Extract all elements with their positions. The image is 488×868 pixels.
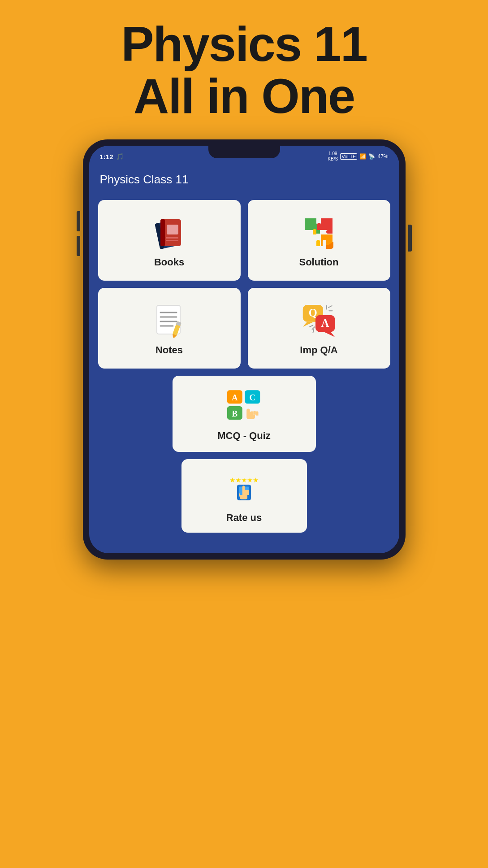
page-title: Physics 11 All in One (0, 0, 488, 135)
svg-line-30 (313, 330, 314, 333)
content-area: Books (89, 195, 399, 553)
books-icon-container (151, 214, 187, 250)
svg-rect-7 (167, 225, 178, 234)
phone-mockup: 1:12 🎵 1.09 KB/S VoLTE 📶 📡 47% (83, 139, 406, 560)
mcq-quiz-card[interactable]: A C B (173, 376, 316, 452)
volume-down-button (77, 236, 80, 256)
row-1: Books (98, 200, 390, 281)
row-2: Notes Q (98, 288, 390, 369)
rate-us-label: Rate us (226, 512, 262, 524)
books-icon (152, 216, 186, 249)
status-right: 1.09 KB/S VoLTE 📶 📡 47% (328, 151, 388, 162)
power-button (408, 225, 412, 252)
signal-icon: 📡 (368, 153, 375, 160)
solution-label: Solution (299, 256, 339, 268)
rate-icon-container: ★★★★★ (226, 470, 262, 506)
books-label: Books (154, 256, 184, 268)
imp-qa-card[interactable]: Q A (248, 288, 390, 369)
rate-icon: ★★★★★ (226, 472, 262, 503)
svg-line-26 (328, 306, 332, 308)
app-header: Physics Class 11 (89, 165, 399, 195)
notes-icon (153, 303, 186, 338)
qa-icon: Q A (301, 302, 337, 338)
puzzle-icon (301, 215, 337, 250)
app-header-title: Physics Class 11 (100, 173, 389, 187)
time-display: 1:12 (100, 153, 113, 161)
svg-rect-8 (166, 237, 178, 239)
imp-qa-icon-container: Q A (301, 302, 337, 338)
svg-line-28 (312, 327, 315, 330)
mcq-icon-container: A C B (226, 388, 262, 424)
rate-us-card[interactable]: ★★★★★ Rate us (181, 459, 307, 533)
volte-indicator: VoLTE (340, 153, 357, 160)
solution-card[interactable]: Solution (248, 200, 390, 281)
svg-rect-9 (166, 240, 178, 241)
page-background: Physics 11 All in One 1:12 🎵 1 (0, 0, 488, 560)
svg-text:B: B (232, 409, 238, 418)
notes-card[interactable]: Notes (98, 288, 241, 369)
camera-notch (208, 146, 280, 158)
solution-icon-container (301, 214, 337, 250)
svg-marker-23 (324, 332, 334, 337)
svg-text:★★★★★: ★★★★★ (229, 476, 259, 484)
svg-marker-20 (302, 322, 313, 327)
mcq-quiz-label: MCQ - Quiz (217, 430, 271, 442)
notes-label: Notes (155, 344, 183, 356)
svg-line-29 (309, 325, 313, 327)
row-3: A C B (98, 376, 390, 452)
volume-up-button (77, 211, 80, 231)
notes-icon-container (151, 302, 187, 338)
svg-text:A: A (232, 393, 238, 402)
network-speed: 1.09 KB/S (328, 151, 338, 162)
svg-rect-6 (160, 219, 165, 246)
mcq-icon: A C B (226, 388, 262, 423)
row-4: ★★★★★ Rate us (98, 459, 390, 533)
status-left: 1:12 🎵 (100, 153, 124, 161)
spotify-icon: 🎵 (116, 153, 124, 160)
wifi-icon: 📶 (359, 153, 366, 160)
books-card[interactable]: Books (98, 200, 241, 281)
svg-text:C: C (249, 393, 255, 402)
imp-qa-label: Imp Q/A (300, 344, 337, 356)
svg-text:A: A (321, 317, 329, 329)
battery-level: 47% (377, 153, 388, 160)
svg-text:Q: Q (308, 307, 317, 319)
